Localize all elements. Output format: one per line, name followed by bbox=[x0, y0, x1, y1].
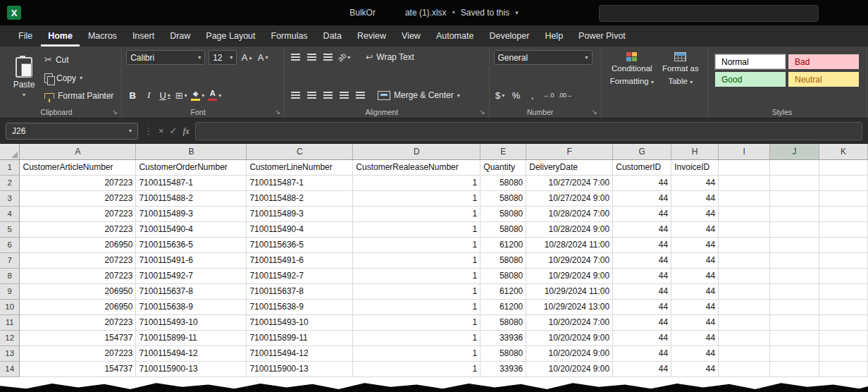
cancel-icon[interactable]: × bbox=[159, 125, 164, 136]
cell-B5[interactable]: 7100115490-4 bbox=[136, 221, 247, 237]
decrease-decimal-button[interactable]: .00→ bbox=[559, 88, 573, 102]
cell-K4[interactable] bbox=[819, 206, 868, 221]
cell-F6[interactable]: 10/28/2024 11:00 bbox=[526, 237, 613, 252]
excel-logo-icon[interactable]: X bbox=[7, 6, 21, 20]
cell-B1[interactable]: CustomerOrderNumber bbox=[136, 159, 247, 175]
cell-G13[interactable]: 44 bbox=[613, 345, 671, 361]
column-header-B[interactable]: B bbox=[136, 144, 247, 159]
align-right-button[interactable] bbox=[321, 88, 334, 102]
cell-D10[interactable]: 1 bbox=[353, 299, 480, 314]
cell-G12[interactable]: 44 bbox=[613, 330, 671, 345]
menu-tab-macros[interactable]: Macros bbox=[81, 25, 124, 47]
row-header-8[interactable]: 8 bbox=[0, 268, 20, 283]
cell-A3[interactable]: 207223 bbox=[20, 190, 136, 206]
column-header-G[interactable]: G bbox=[613, 144, 671, 159]
orientation-button[interactable]: ab▾ bbox=[337, 50, 350, 64]
number-format-select[interactable]: General ▾ bbox=[494, 50, 593, 65]
cell-G8[interactable]: 44 bbox=[613, 268, 671, 283]
cell-F10[interactable]: 10/29/2024 13:00 bbox=[526, 299, 613, 314]
cell-I12[interactable] bbox=[719, 330, 770, 345]
cell-D4[interactable]: 1 bbox=[353, 206, 480, 221]
row-header-6[interactable]: 6 bbox=[0, 237, 20, 252]
cell-D11[interactable]: 1 bbox=[353, 314, 480, 330]
row-header-1[interactable]: 1 bbox=[0, 159, 20, 175]
cell-B11[interactable]: 7100115493-10 bbox=[136, 314, 247, 330]
menu-tab-file[interactable]: File bbox=[11, 25, 39, 47]
merge-center-button[interactable]: Merge & Center ▾ bbox=[376, 89, 462, 102]
cell-E6[interactable]: 61200 bbox=[480, 237, 526, 252]
cell-J6[interactable] bbox=[770, 237, 819, 252]
cell-H2[interactable]: 44 bbox=[671, 175, 719, 190]
menu-tab-help[interactable]: Help bbox=[538, 25, 570, 47]
font-size-select[interactable]: 12 ▾ bbox=[209, 50, 237, 65]
bold-button[interactable]: B bbox=[126, 88, 139, 102]
cell-H8[interactable]: 44 bbox=[671, 268, 719, 283]
cell-F14[interactable]: 10/20/2024 9:00 bbox=[526, 361, 613, 376]
cell-C10[interactable]: 7100115638-9 bbox=[247, 299, 353, 314]
row-header-9[interactable]: 9 bbox=[0, 283, 20, 299]
cell-J1[interactable] bbox=[770, 159, 819, 175]
cell-A8[interactable]: 207223 bbox=[20, 268, 136, 283]
cell-A4[interactable]: 207223 bbox=[20, 206, 136, 221]
cell-A13[interactable]: 207223 bbox=[20, 345, 136, 361]
wrap-text-button[interactable]: ↩ Wrap Text bbox=[364, 51, 416, 63]
style-chip-normal[interactable]: Normal bbox=[715, 54, 786, 69]
cell-K7[interactable] bbox=[819, 252, 868, 268]
cell-F5[interactable]: 10/28/2024 9:00 bbox=[526, 221, 613, 237]
cell-I4[interactable] bbox=[719, 206, 770, 221]
cell-K9[interactable] bbox=[819, 283, 868, 299]
cell-H6[interactable]: 44 bbox=[671, 237, 719, 252]
cell-I6[interactable] bbox=[719, 237, 770, 252]
cell-D12[interactable]: 1 bbox=[353, 330, 480, 345]
conditional-formatting-button[interactable]: Conditional Formatting ▾ bbox=[606, 50, 658, 105]
cell-G6[interactable]: 44 bbox=[613, 237, 671, 252]
cell-E2[interactable]: 58080 bbox=[480, 175, 526, 190]
menu-tab-formulas[interactable]: Formulas bbox=[264, 25, 315, 47]
column-header-H[interactable]: H bbox=[671, 144, 719, 159]
cell-H1[interactable]: InvoiceID bbox=[671, 159, 719, 175]
cell-I2[interactable] bbox=[719, 175, 770, 190]
cell-K1[interactable] bbox=[819, 159, 868, 175]
column-header-D[interactable]: D bbox=[353, 144, 480, 159]
cell-G2[interactable]: 44 bbox=[613, 175, 671, 190]
cell-A2[interactable]: 207223 bbox=[20, 175, 136, 190]
cell-D8[interactable]: 1 bbox=[353, 268, 480, 283]
column-header-A[interactable]: A bbox=[20, 144, 136, 159]
cell-E7[interactable]: 58080 bbox=[480, 252, 526, 268]
cell-I5[interactable] bbox=[719, 221, 770, 237]
row-header-5[interactable]: 5 bbox=[0, 221, 20, 237]
cell-H9[interactable]: 44 bbox=[671, 283, 719, 299]
cell-J11[interactable] bbox=[770, 314, 819, 330]
decrease-font-size-button[interactable]: A▾ bbox=[256, 51, 269, 65]
cell-C13[interactable]: 7100115494-12 bbox=[247, 345, 353, 361]
cell-B4[interactable]: 7100115489-3 bbox=[136, 206, 247, 221]
cell-K11[interactable] bbox=[819, 314, 868, 330]
cell-H5[interactable]: 44 bbox=[671, 221, 719, 237]
format-painter-button[interactable]: Format Painter bbox=[42, 90, 116, 102]
cell-F3[interactable]: 10/27/2024 9:00 bbox=[526, 190, 613, 206]
enter-check-icon[interactable]: ✓ bbox=[170, 125, 178, 136]
menu-tab-review[interactable]: Review bbox=[350, 25, 393, 47]
cell-B9[interactable]: 7100115637-8 bbox=[136, 283, 247, 299]
cell-J7[interactable] bbox=[770, 252, 819, 268]
column-header-J[interactable]: J bbox=[770, 144, 819, 159]
cell-G4[interactable]: 44 bbox=[613, 206, 671, 221]
cell-J5[interactable] bbox=[770, 221, 819, 237]
borders-button[interactable]: ⊞▾ bbox=[175, 88, 187, 102]
cell-C3[interactable]: 7100115488-2 bbox=[247, 190, 353, 206]
row-header-14[interactable]: 14 bbox=[0, 361, 20, 376]
cell-H11[interactable]: 44 bbox=[671, 314, 719, 330]
cell-F9[interactable]: 10/29/2024 11:00 bbox=[526, 283, 613, 299]
cell-C5[interactable]: 7100115490-4 bbox=[247, 221, 353, 237]
align-middle-button[interactable] bbox=[305, 50, 318, 64]
cell-D14[interactable]: 1 bbox=[353, 361, 480, 376]
cell-E13[interactable]: 58080 bbox=[480, 345, 526, 361]
cell-B7[interactable]: 7100115491-6 bbox=[136, 252, 247, 268]
increase-indent-button[interactable] bbox=[354, 88, 366, 102]
cell-J14[interactable] bbox=[770, 361, 819, 376]
cell-F13[interactable]: 10/20/2024 9:00 bbox=[526, 345, 613, 361]
cell-A12[interactable]: 154737 bbox=[20, 330, 136, 345]
cell-I9[interactable] bbox=[719, 283, 770, 299]
cell-E12[interactable]: 33936 bbox=[480, 330, 526, 345]
style-chip-neutral[interactable]: Neutral bbox=[788, 72, 859, 87]
